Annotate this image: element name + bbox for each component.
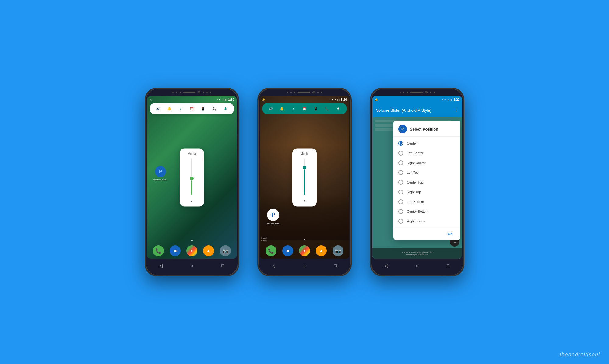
vol-icon-bell: 🔔: [167, 106, 172, 111]
phone-3-nav-bar: ◁ ○ □: [371, 259, 463, 272]
phone-1-app-widget[interactable]: P Volume Slid...: [153, 166, 168, 181]
dialog-title: Select Position: [410, 127, 438, 131]
phone-2-signal-icons: ▲▼ ▲ ||||: [329, 98, 340, 101]
phone-2-popup-label: Media: [300, 152, 308, 156]
phone-3-menu-icon[interactable]: ⋮: [454, 108, 458, 113]
phone-2-dock-notes[interactable]: ≡: [282, 245, 293, 256]
phone-3-speaker-dot-2: [403, 92, 404, 93]
radio-center-bottom[interactable]: [398, 209, 403, 214]
phone-1-back-btn[interactable]: ◁: [157, 262, 165, 269]
phone-2-speaker-dot-3: [294, 92, 295, 93]
camera-dot: [198, 91, 200, 93]
option-center-bottom[interactable]: Center Bottom: [393, 207, 460, 216]
option-right-top-label: Right Top: [407, 190, 421, 194]
phone-2-app-widget[interactable]: P Volume Slid...: [266, 209, 281, 225]
phone-2-vol-phone: 📱: [313, 106, 319, 111]
phone-1-home-btn[interactable]: ○: [188, 262, 195, 269]
phone-1-slider-fill: [191, 180, 192, 195]
option-left-top-label: Left Top: [407, 171, 419, 174]
option-right-bottom[interactable]: Right Bottom: [393, 216, 460, 226]
phone-1-screen: ◁ ▲▼ ▲ |||| 1:30 🔊 🔔 ♪ ⏰ 📱 📞 ✱: [147, 96, 237, 259]
speaker-dot-4: [203, 92, 204, 93]
phone-1-nav-bar: ◁ ○ □: [146, 259, 238, 272]
phone-3-signal-bars: ||||: [450, 98, 452, 101]
option-left-top[interactable]: Left Top: [393, 168, 460, 177]
phone-3-speaker-grill: [410, 92, 423, 93]
phone-3-app-bar: Volume Slider (Android P Style) ⋮: [372, 103, 462, 117]
phone-2-dock-chrome[interactable]: ●: [299, 245, 310, 256]
phone-3-back-btn[interactable]: ◁: [383, 262, 390, 269]
phone-2-vol-call: 📞: [324, 106, 330, 111]
phone-3-speaker-dot-4: [430, 92, 431, 93]
phone-2-speaker-dot-4: [317, 92, 319, 93]
phone-2-vol-speaker: 🔊: [268, 106, 273, 111]
option-center-top[interactable]: Center Top: [393, 177, 460, 187]
option-center-top-label: Center Top: [407, 180, 423, 184]
phone-1-status-icon-left: ◁: [150, 98, 151, 101]
phone-2-back-btn[interactable]: ◁: [270, 262, 277, 269]
phone-1-app-icon: P: [155, 166, 166, 177]
phone-3-recent-btn[interactable]: □: [444, 262, 452, 269]
option-left-center[interactable]: Left Center: [393, 148, 460, 158]
option-left-bottom[interactable]: Left Bottom: [393, 197, 460, 207]
radio-center[interactable]: [398, 141, 403, 146]
phone-1-dock: 📞 ≡ ● ▲ 📷: [147, 245, 237, 256]
option-right-center[interactable]: Right Center: [393, 158, 460, 168]
dock-chrome-icon[interactable]: ●: [186, 245, 197, 256]
radio-right-top[interactable]: [398, 190, 403, 194]
radio-left-center[interactable]: [398, 151, 403, 156]
phone-3-top: [400, 91, 435, 93]
radio-center-top[interactable]: [398, 180, 403, 185]
phone-3-screen: 🔔 ▲▼ ▲ |||| 3:22 Volume Slider (Android …: [372, 96, 462, 259]
phone-1-volume-popup: Media ♪: [180, 149, 204, 207]
phone-2-volume-toolbar: 🔊 🔔 ♪ ⏰ 📱 📞 ✱: [262, 103, 347, 114]
phone-2-speaker-dot-2: [290, 92, 292, 93]
option-right-center-label: Right Center: [407, 161, 426, 165]
vol-icon-phone: 📱: [200, 106, 206, 111]
phone-2-signal-bars: ||||: [337, 98, 340, 101]
watermark: theandroidsoul: [560, 352, 600, 358]
phone-2-speaker-dot-1: [287, 92, 288, 93]
phone-2-stats-line1: 0 bps ↑: [261, 237, 267, 239]
phone-2-recent-btn[interactable]: □: [332, 262, 339, 269]
dock-phone-icon[interactable]: 📞: [153, 245, 164, 256]
phone-2-vol-bt: ✱: [335, 106, 341, 111]
phone-1-slider-track[interactable]: [191, 159, 192, 195]
phone-2-nav-hint: ∧: [303, 238, 306, 242]
option-center[interactable]: Center: [393, 138, 460, 148]
dialog-footer: OK: [393, 228, 460, 240]
radio-right-center[interactable]: [398, 160, 403, 165]
phone-2-app-label: Volume Slid...: [266, 222, 281, 225]
radio-left-top[interactable]: [398, 170, 403, 175]
phone-2-dock-phone[interactable]: 📞: [266, 245, 276, 256]
radio-left-bottom[interactable]: [398, 199, 403, 204]
dock-photos-icon[interactable]: ▲: [203, 245, 214, 256]
phone-3-wallpaper: 🔔 ▲▼ ▲ |||| 3:22 Volume Slider (Android …: [372, 96, 462, 259]
phone-1-slider-thumb: [190, 177, 194, 180]
phone-2-stats: 0 bps ↑ 0 bps ↓: [261, 237, 267, 242]
option-center-label: Center: [407, 142, 417, 145]
phone-2-nav-bar: ◁ ○ □: [258, 259, 351, 272]
option-left-bottom-label: Left Bottom: [407, 200, 424, 204]
dock-notes-icon[interactable]: ≡: [170, 245, 181, 256]
radio-right-bottom[interactable]: [398, 219, 403, 224]
phone-1-recent-btn[interactable]: □: [219, 262, 226, 269]
wifi-icon: ▲: [222, 98, 224, 101]
phone-2-stats-line2: 0 bps ↓: [261, 240, 267, 242]
phone-3-time: 3:22: [453, 98, 459, 101]
phone-2-notification-icon: 🔔: [262, 98, 265, 101]
phone-1-signal-icons: ▲▼ ▲ ||||: [216, 98, 227, 101]
phone-3-home-btn[interactable]: ○: [414, 262, 421, 269]
option-right-top[interactable]: Right Top: [393, 187, 460, 197]
phone-3-notification-icon: 🔔: [375, 98, 378, 101]
phone-2-dock-camera[interactable]: 📷: [333, 245, 343, 256]
phone-2-home-btn[interactable]: ○: [301, 262, 308, 269]
phone-3: 🔔 ▲▼ ▲ |||| 3:22 Volume Slider (Android …: [370, 88, 464, 276]
vol-icon-speaker: 🔊: [155, 106, 161, 111]
phone-2-slider-track[interactable]: [304, 159, 305, 195]
dialog-ok-button[interactable]: OK: [445, 231, 456, 237]
signal-bars: ||||: [225, 98, 227, 101]
phone-2-dock-photos[interactable]: ▲: [316, 245, 327, 256]
phone-2-status-bar: 🔔 ▲▼ ▲ |||| 3:26: [260, 96, 349, 103]
dock-camera-icon[interactable]: 📷: [220, 245, 231, 256]
